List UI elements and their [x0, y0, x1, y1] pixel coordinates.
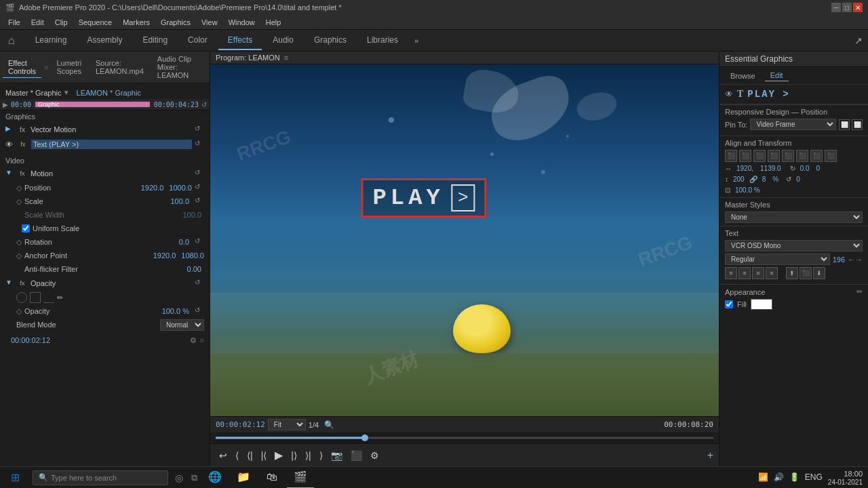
export-frame-btn[interactable]: ⬛ — [347, 448, 366, 463]
prev-edit-btn[interactable]: ⟨| — [243, 448, 256, 463]
position-reset-icon[interactable]: ↺ — [195, 183, 204, 192]
source-tab[interactable]: Source: LEAMON.mp4 — [90, 57, 149, 77]
menu-view[interactable]: View — [196, 17, 223, 28]
antiflicker-value[interactable]: 0.00 — [187, 265, 201, 273]
text-align-left-btn[interactable]: ≡ — [725, 267, 737, 279]
text-valign-bot-btn[interactable]: ⬇ — [813, 267, 825, 279]
next-edit-btn[interactable]: |⟩ — [288, 448, 300, 463]
audio-mixer-tab[interactable]: Audio Clip Mixer: LEAMON — [152, 53, 207, 81]
tab-editing[interactable]: Editing — [133, 31, 177, 50]
opacity-toggle[interactable]: ▼ — [5, 279, 15, 288]
vector-motion-toggle[interactable]: ▶ — [5, 125, 15, 134]
transform-h-val[interactable]: 8 — [760, 175, 768, 184]
share-icon[interactable]: ↗ — [854, 35, 863, 46]
loop-btn[interactable]: ↩ — [216, 448, 231, 463]
taskbar-datetime[interactable]: 18:00 24-01-2021 — [828, 469, 863, 486]
position-y-value[interactable]: 1000.0 — [169, 184, 192, 192]
menu-help[interactable]: Help — [260, 17, 287, 28]
align-bottom-btn[interactable]: ⬛ — [796, 150, 808, 162]
edit-tab[interactable]: Edit — [765, 70, 789, 81]
mini-reset-icon[interactable]: ↺ — [201, 101, 207, 108]
text-align-center-btn[interactable]: ≡ — [738, 267, 751, 279]
add-to-timeline-btn[interactable]: + — [707, 449, 713, 462]
text-item-label[interactable]: Text (PLAY >) — [31, 140, 192, 149]
opacity-reset-icon[interactable]: ↺ — [195, 279, 204, 288]
camera-btn[interactable]: 📷 — [328, 448, 346, 463]
opacity-keyframe-icon[interactable]: ◇ — [16, 307, 24, 316]
lumetri-tab[interactable]: Lumetri Scopes — [51, 57, 87, 77]
network-icon[interactable]: 📶 — [758, 472, 768, 482]
master-styles-select[interactable]: None — [725, 211, 863, 223]
text-valign-mid-btn[interactable]: ⬛ — [800, 267, 812, 279]
program-menu-icon[interactable]: ≡ — [284, 54, 288, 62]
home-icon[interactable]: ⌂ — [5, 32, 18, 49]
scale-reset-icon[interactable]: ↺ — [195, 197, 204, 206]
maximize-button[interactable]: □ — [842, 3, 852, 12]
transform-w-val[interactable]: 200 — [731, 175, 747, 184]
tab-audio[interactable]: Audio — [263, 31, 303, 50]
volume-icon[interactable]: 🔊 — [774, 472, 784, 482]
menu-file[interactable]: File — [3, 17, 26, 28]
transform-x-val[interactable]: 1920, — [734, 164, 755, 173]
rect-btn[interactable] — [30, 292, 41, 303]
uniform-scale-checkbox[interactable] — [22, 224, 30, 232]
anchor-x-value[interactable]: 1920.0 — [153, 251, 176, 260]
add-icon[interactable]: ○ — [199, 336, 204, 345]
appearance-pen-icon[interactable]: ✏ — [856, 287, 863, 296]
scrubber[interactable] — [216, 432, 713, 443]
effect-controls-tab[interactable]: Effect Controls — [3, 57, 41, 78]
text-valign-top-btn[interactable]: ⬆ — [786, 267, 798, 279]
home-area[interactable]: ⌂ — [5, 32, 18, 49]
distrib-v-btn[interactable]: ⬛ — [825, 150, 837, 162]
align-hcenter-btn[interactable]: ⬛ — [739, 150, 751, 162]
browse-tab[interactable]: Browse — [725, 70, 761, 81]
anchor-keyframe-icon[interactable]: ◇ — [16, 251, 24, 260]
align-vcenter-btn[interactable]: ⬛ — [782, 150, 794, 162]
font-size-slider-icon[interactable]: ←→ — [848, 256, 863, 264]
battery-icon[interactable]: 🔋 — [789, 472, 800, 482]
minimize-button[interactable]: ─ — [831, 3, 841, 12]
menu-graphics[interactable]: Graphics — [155, 17, 196, 28]
tab-libraries[interactable]: Libraries — [357, 31, 408, 50]
mini-timeline-bar[interactable]: Graphic — [34, 100, 151, 108]
opacity-value[interactable]: 100.0 % — [162, 307, 189, 315]
align-top-btn[interactable]: ⬛ — [768, 150, 780, 162]
go-to-out-btn[interactable]: ⟩| — [302, 448, 315, 463]
pin-to-select[interactable]: Video Frame Master Frame — [750, 119, 836, 130]
mini-play-icon[interactable]: ▶ — [3, 101, 8, 108]
rotation-value[interactable]: 0.0 — [179, 238, 189, 246]
visibility-icon[interactable]: 👁 — [725, 89, 733, 99]
scrubber-head[interactable] — [361, 434, 368, 441]
rd-icon-2[interactable]: ⬜ — [852, 119, 863, 130]
filter-icon[interactable]: ⚙ — [190, 336, 197, 345]
distrib-h-btn[interactable]: ⬛ — [810, 150, 823, 162]
motion-toggle[interactable]: ▼ — [5, 169, 15, 178]
tab-effects[interactable]: Effects — [218, 31, 262, 50]
play-stop-btn[interactable]: ▶ — [271, 447, 286, 464]
titlebar-controls[interactable]: ─ □ ✕ — [831, 3, 863, 12]
menu-sequence[interactable]: Sequence — [73, 17, 118, 28]
tab-assembly[interactable]: Assembly — [77, 31, 132, 50]
taskbar-app-edge[interactable]: 🌐 — [201, 467, 229, 489]
position-x-value[interactable]: 1920.0 — [141, 184, 164, 192]
cortana-icon[interactable]: ◎ — [171, 472, 187, 483]
task-view-icon[interactable]: ⧉ — [187, 472, 201, 483]
start-button[interactable]: ⊞ — [0, 467, 30, 489]
blend-mode-select[interactable]: Normal Multiply Screen Overlay — [160, 319, 204, 331]
position-keyframe-icon[interactable]: ◇ — [16, 184, 24, 192]
font-size-value[interactable]: 196 — [833, 256, 845, 264]
transform-rot-val[interactable]: 0.0 — [798, 164, 812, 173]
vector-motion-reset-icon[interactable]: ↺ — [195, 125, 204, 134]
go-to-in-btn[interactable]: |⟨ — [258, 448, 271, 463]
taskbar-app-folder[interactable]: 📁 — [230, 467, 257, 489]
taskbar-app-premiere[interactable]: 🎬 — [287, 467, 314, 489]
step-back-frame-btn[interactable]: ⟨ — [232, 448, 242, 463]
scale-keyframe-icon[interactable]: ◇ — [16, 197, 24, 206]
fill-color-swatch[interactable] — [751, 299, 772, 310]
menu-window[interactable]: Window — [223, 17, 260, 28]
tab-color[interactable]: Color — [178, 31, 217, 50]
text-item-reset-icon[interactable]: ↺ — [195, 140, 204, 149]
font-select[interactable]: VCR OSD Mono Arial Times New Roman — [725, 240, 863, 251]
opacity-value-reset-icon[interactable]: ↺ — [195, 306, 204, 316]
align-right-btn[interactable]: ⬛ — [753, 150, 766, 162]
